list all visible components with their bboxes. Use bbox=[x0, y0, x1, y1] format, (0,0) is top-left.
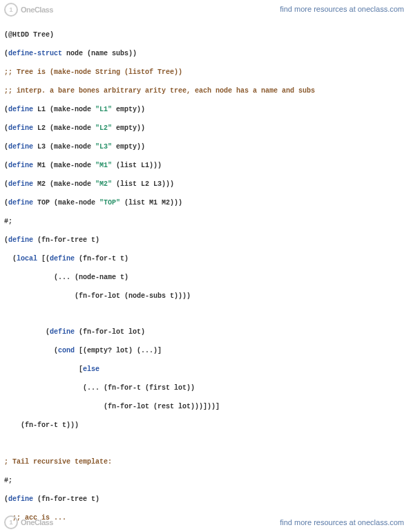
code-line: (define (fn-for-tree t) bbox=[4, 236, 407, 245]
watermark-bottom: 1 OneClass bbox=[4, 515, 53, 529]
brand-name: OneClass bbox=[21, 517, 53, 528]
code-line: (define-struct node (name subs)) bbox=[4, 49, 407, 59]
code-line bbox=[4, 310, 407, 319]
logo-icon: 1 bbox=[4, 515, 18, 529]
code-line: [else bbox=[4, 365, 407, 374]
code-line: (cond [(empty? lot) (...)] bbox=[4, 346, 407, 356]
code-line: (@HtDD Tree) bbox=[4, 30, 407, 40]
code-line: #; bbox=[4, 476, 407, 486]
code-line: (fn-for-lot (rest lot)))]))] bbox=[4, 402, 407, 412]
code-line: (fn-for-t t))) bbox=[4, 421, 407, 430]
code-listing: (@HtDD Tree) (define-struct node (name s… bbox=[4, 21, 407, 532]
watermark-top: 1 OneClass bbox=[4, 3, 53, 17]
code-line: (local [(define (fn-for-t t) bbox=[4, 254, 407, 264]
code-line: (fn-for-lot (node-subs t)))) bbox=[4, 292, 407, 301]
bottom-resource-link[interactable]: find more resources at oneclass.com bbox=[280, 517, 404, 528]
comment-line: ;; Tree is (make-node String (listof Tre… bbox=[4, 68, 407, 77]
code-line: #; bbox=[4, 217, 407, 227]
code-line: (define M1 (make-node "M1" (list L1))) bbox=[4, 161, 407, 171]
code-line: (define TOP (make-node "TOP" (list M1 M2… bbox=[4, 198, 407, 208]
code-line: (... (fn-for-t (first lot)) bbox=[4, 383, 407, 393]
comment-line: ; Tail recursive template: bbox=[4, 457, 407, 467]
top-resource-link[interactable]: find more resources at oneclass.com bbox=[280, 4, 404, 15]
comment-line: ;; interp. a bare bones arbitrary arity … bbox=[4, 86, 407, 96]
code-line: (define (fn-for-tree t) bbox=[4, 495, 407, 504]
code-line: (... (node-name t) bbox=[4, 273, 407, 283]
code-line: (define L2 (make-node "L2" empty)) bbox=[4, 124, 407, 133]
code-line: (define L3 (make-node "L3" empty)) bbox=[4, 142, 407, 152]
code-line: (define (fn-for-lot lot) bbox=[4, 327, 407, 337]
code-line: (define M2 (make-node "M2" (list L2 L3))… bbox=[4, 180, 407, 189]
brand-name: OneClass bbox=[21, 5, 53, 15]
document-page: 1 OneClass find more resources at onecla… bbox=[0, 0, 411, 532]
logo-icon: 1 bbox=[4, 3, 18, 17]
code-line: (define L1 (make-node "L1" empty)) bbox=[4, 105, 407, 115]
code-line bbox=[4, 439, 407, 448]
